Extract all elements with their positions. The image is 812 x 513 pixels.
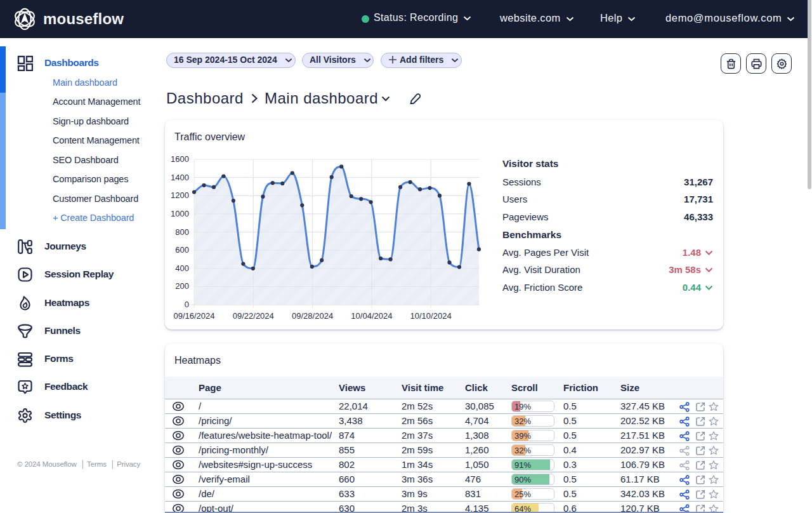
svg-text:1400: 1400 — [171, 173, 189, 182]
svg-text:1200: 1200 — [171, 190, 189, 200]
svg-text:1000: 1000 — [171, 209, 189, 218]
svg-text:10/04/2024: 10/04/2024 — [351, 311, 392, 321]
svg-text:0: 0 — [185, 300, 189, 309]
svg-text:09/22/2024: 09/22/2024 — [233, 311, 274, 321]
svg-text:1600: 1600 — [171, 154, 189, 164]
svg-text:200: 200 — [175, 281, 189, 291]
svg-text:800: 800 — [175, 227, 189, 237]
svg-text:600: 600 — [175, 245, 189, 255]
svg-text:10/10/2024: 10/10/2024 — [410, 311, 452, 321]
svg-text:09/28/2024: 09/28/2024 — [292, 311, 333, 321]
svg-text:09/16/2024: 09/16/2024 — [173, 311, 214, 321]
svg-text:400: 400 — [175, 263, 189, 273]
